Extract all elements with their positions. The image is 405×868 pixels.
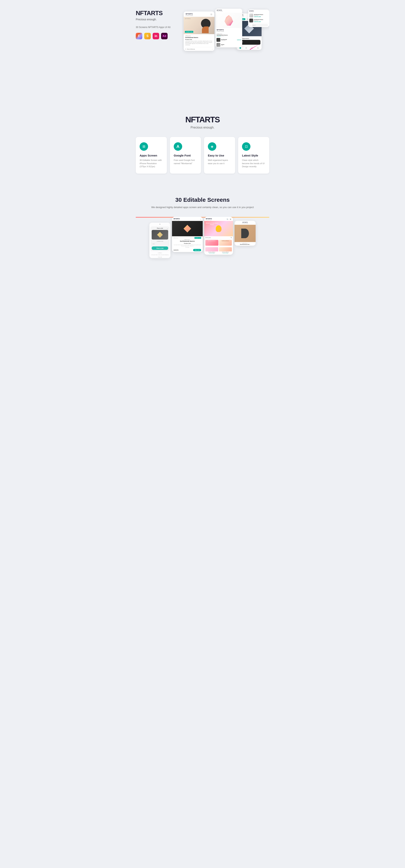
far-right-header: NFTARTS Precious enough. [248,9,269,13]
settings-icon[interactable]: ⚙ [229,218,231,220]
arrow-right-icon: → [212,49,213,50]
screens-section-subtitle: We designed highly detailed apps screen … [136,206,269,210]
search-input-mock[interactable]: Search [252,24,268,26]
far-price-2: 0.05 ETH | $100 [254,21,268,22]
figma-icon: F [136,33,142,39]
discover-topbar: NFTARTS Precious enough. 🔍 ⚙ [204,217,233,221]
screen-mid-card: NFTARTS Precious enough. NFTARTS Preciou… [215,9,242,48]
nft-artwork-image: Available to bid @ Al Glen by [184,17,214,34]
bid-eth-input[interactable]: ETH [152,243,168,245]
nav-profile[interactable] [257,47,259,49]
showcase-discover-card: NFTARTS Precious enough. 🔍 ⚙ Efforts to … [204,217,233,255]
nft-title: SortVasional Awrers [185,37,213,38]
eth-price-value: 0.80 ETH [174,249,178,251]
etherscan-label: View on Etherscan [187,49,195,50]
nav-home[interactable] [240,47,241,49]
left-partial-logo: S [151,224,169,225]
feature-style-title: Latest Style [242,154,266,157]
tool-icons-row: F S in Xd [136,33,178,39]
back-arrow-icon[interactable]: ← [249,24,251,26]
nav-layers[interactable] [245,47,247,49]
discover-hero-image: Efforts to Create BetterThings. [204,221,233,236]
search-icon[interactable]: 🔍 [226,218,228,220]
price-row: 0.80 ETH Place a bid [172,248,203,252]
feature-easy-icon: ◈ [208,142,216,151]
showcase-main-card: NFTARTS Precious enough. × @ Al Glen by … [172,217,203,252]
far-right-tagline: Precious enough. [249,11,268,12]
right-partial-header: NFTARTS Precious enough. [235,221,256,225]
showcase-user-info: @ Al Glen by [174,238,178,238]
far-list-item1: SortVasional Awrers Grifftin Esten 0.05 … [248,13,269,18]
hero-tagline: Precious enough. [136,18,178,21]
showcase-close-icon[interactable]: × [200,218,201,220]
view-on-etherscan-link[interactable]: ⬡ View on Etherscan → [185,47,213,50]
feature-card-style: ⊡ Latest Style Clean style which become … [238,137,269,174]
bid-nft-shape [157,232,163,238]
discover-tagline: Precious enough. [206,219,212,220]
showcase-main-header: NFTARTS Precious enough. × [172,217,203,221]
far-info-1: SortVasional Awrers Grifftin Esten 0.05 … [254,14,268,17]
list-info-2: Awrers $ 100 [221,44,241,46]
thumb-item-2: SortVasional Awrers 0.05 ETH | $100 [219,247,232,254]
feature-apps-title: Apps Screen [139,154,163,157]
mid-nft-row: Grifftin Esten... SortVasional Awrers 0.… [215,33,242,37]
screen-mid-header: NFTARTS Precious enough. [215,9,242,13]
mid-content: NFTARTS Precious enough. [215,28,242,33]
showcase-right-partial: NFTARTS Precious enough. Grifftin Esten.… [235,221,256,246]
sort-label: Sort by price [206,237,211,238]
place-bid-btn[interactable]: Place a bid [193,249,201,251]
list-info-1: SortVasional Grifftin Esten [221,39,236,41]
screen-main-card: NFTARTS Precious enough. × Available to … [184,11,214,51]
far-list-item2: SortVasional Awrers Grifftin Esten 0.05 … [248,18,269,23]
grid-item-1-name: SortVasional Awrers [206,240,218,241]
screen-tagline: Precious enough. [186,15,213,16]
right-partial-image [235,225,256,242]
feature-font-title: Google Font [174,154,197,157]
place-bid-button[interactable]: Place a bid [152,246,168,250]
sort-icon[interactable]: ⇅ [231,237,232,238]
screen-far-right-card: NFTARTS Precious enough. SortVasional Aw… [248,9,269,27]
available-badge: Available to bid [185,31,193,33]
thumb-price-1: 0.05 ETH | $100 [206,253,218,254]
bid-close-btn[interactable]: × [167,228,168,230]
crystal-artwork-area [215,13,242,28]
sketch-icon: S [144,33,151,39]
bid-nft-available: Available to bid [152,241,168,242]
showcase-see-details[interactable]: See Details [174,247,201,248]
feature-style-desc: Clean style which become the trends of U… [242,159,266,168]
showcase-product-desc: Lorem ipsum dolor sit amet, consectetur … [174,244,201,246]
product-info-text: Lorem ipsum dolor sit amet, consectetur … [185,40,213,45]
showcase-product-info: Product Info [174,243,201,244]
feature-card-font: A Google Font Free used Google font name… [170,137,201,174]
thumb-item-1: SortVasional Awrers 0.05 ETH | $100 [206,247,218,254]
far-info-2: SortVasional Awrers Grifftin Esten 0.05 … [254,19,268,22]
mid-brand-logo: NFTARTS [217,29,241,31]
available-badge-2: Available to bid [194,237,201,239]
showcase-info-row: @ Al Glen by Available to bid [174,237,201,239]
showcase-nft-info: @ Al Glen by Available to bid Grifftin E… [172,236,203,248]
showcase-nft-title: SortVasional Awrers [174,240,201,242]
features-section: NFTARTS Precious enough. ⊞ Apps Screen 3… [130,103,275,185]
etherscan-icon: ⬡ [185,48,186,50]
list-thumb-2 [217,43,220,47]
screen-close-button[interactable]: × [210,13,213,16]
nft-author: Grifftin Esten... [185,35,213,36]
left-partial-desc: Lorem ipsum dolor sit amet, consectetur … [149,254,170,256]
discover-logo: NFTARTS Precious enough. [206,218,212,220]
gold-polygon-shape [184,225,191,232]
screens-showcase: S × Place a bid Available to bid ETH Pla… [136,217,269,290]
screen-header: NFTARTS Precious enough. × [184,11,214,17]
screen-mid-logo: NFTARTS Precious enough. [217,9,223,12]
feature-font-icon: A [174,142,182,151]
feature-apps-icon: ⊞ [139,142,148,151]
cute-character-shape [216,225,221,232]
feature-easy-desc: Well organized layers ease you to use it [208,159,231,165]
bid-popup-title: Place a bid [152,228,168,229]
feature-easy-title: Easy to Use [208,154,231,157]
invision-icon: in [153,33,159,39]
hero-logo: NFTARTS [136,9,178,17]
thumb-img-2 [219,247,232,251]
right-partial-title: SortVasional Awr... [236,244,254,245]
grid-items-area: SortVasional Awrers SortVasional Awrers [204,239,233,246]
product-info-label: Product Info [185,39,213,40]
